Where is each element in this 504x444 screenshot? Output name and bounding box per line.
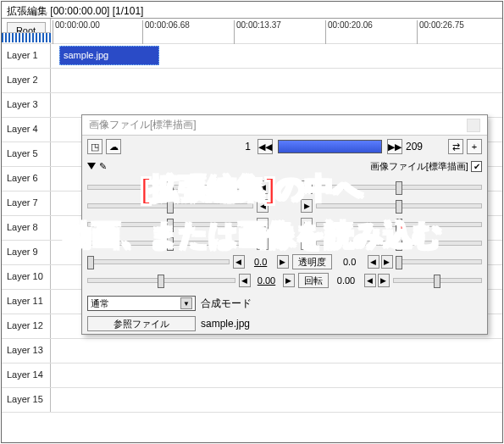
layer-label[interactable]: Layer 13 (2, 339, 51, 363)
opacity-button[interactable]: 透明度 (292, 254, 332, 269)
reference-file-value: sample.jpg (201, 318, 250, 330)
opacity-right-value: 0.0 (335, 257, 364, 267)
time-ruler[interactable]: 00:00:00.00 00:00:06.68 00:00:13.37 00:0… (51, 19, 502, 43)
nudge-right-icon[interactable]: ▶ (378, 274, 390, 287)
clip-properties-dialog[interactable]: 画像ファイル[標準描画] ◳ ☁ 1 ◀◀ ▶▶ 209 ⇄ + ✎ 画像ファイ… (81, 114, 488, 335)
plus-icon[interactable]: + (467, 139, 482, 154)
layer-label[interactable]: Layer 12 (2, 314, 51, 338)
chevron-down-icon: ▼ (180, 297, 192, 309)
ruler-row: Root 00:00:00.00 00:00:06.68 00:00:13.37… (2, 19, 502, 44)
param-row: ◀▶ (87, 234, 482, 253)
param-slider-right[interactable] (316, 203, 482, 208)
layer-label[interactable]: Layer 15 (2, 388, 51, 412)
nudge-left-icon[interactable]: ◀ (257, 199, 269, 213)
nudge-left-icon[interactable]: ◀ (239, 274, 251, 287)
ruler-minimap[interactable] (2, 32, 51, 42)
param-slider-left[interactable] (87, 278, 235, 283)
slider-thumb[interactable] (396, 200, 402, 214)
layer-track[interactable] (51, 69, 502, 92)
nudge-left-icon[interactable]: ◀ (257, 236, 269, 250)
next-frame-icon[interactable]: ▶▶ (387, 139, 402, 154)
layer-label[interactable]: Layer 2 (2, 69, 51, 92)
param-slider-right[interactable] (316, 241, 482, 246)
nudge-left-icon[interactable]: ◀ (233, 255, 245, 269)
nudge-right-icon[interactable]: ▶ (301, 199, 313, 213)
blend-mode-row: 通常 ▼ 合成モード (82, 293, 487, 314)
nudge-left-icon[interactable]: ◀ (368, 255, 379, 269)
reference-file-button[interactable]: 参照ファイル (87, 316, 196, 331)
slider-thumb[interactable] (396, 256, 402, 269)
nudge-right-icon[interactable]: ▶ (381, 255, 393, 269)
ruler-ticks: 00:00:00.00 00:00:06.68 00:00:13.37 00:0… (51, 19, 502, 44)
layer-label[interactable]: Layer 6 (2, 167, 51, 191)
layer-label[interactable]: Layer 7 (2, 191, 51, 215)
layer-label[interactable]: Layer 14 (2, 364, 51, 387)
param-center: ◀▶ (257, 180, 313, 194)
ruler-tick: 00:00:13.37 (234, 20, 281, 44)
nudge-right-icon[interactable]: ▶ (277, 255, 289, 269)
layer-track[interactable] (51, 364, 502, 387)
param-slider-right[interactable] (316, 222, 482, 227)
nudge-right-icon[interactable]: ▶ (301, 218, 313, 231)
param-slider-right[interactable] (396, 259, 482, 264)
slider-thumb[interactable] (167, 237, 174, 251)
slider-thumb[interactable] (396, 181, 402, 195)
slider-thumb[interactable] (87, 256, 94, 269)
param-row-rotation: ◀0.00▶ 回転 0.00 ◀▶ (87, 271, 482, 290)
opacity-value[interactable]: 0.0 (246, 257, 275, 267)
nudge-left-icon[interactable]: ◀ (364, 274, 376, 287)
layer-label[interactable]: Layer 4 (2, 118, 51, 142)
frame-end: 209 (406, 141, 429, 153)
slider-thumb[interactable] (167, 181, 174, 195)
nudge-right-icon[interactable]: ▶ (283, 274, 295, 287)
section-checkbox[interactable]: ✔ (471, 161, 482, 172)
ruler-tick: 00:00:26.75 (417, 20, 464, 44)
rotation-value[interactable]: 0.00 (252, 275, 281, 286)
frame-slider[interactable] (278, 140, 382, 153)
collapse-toggle[interactable]: ✎ (87, 161, 107, 172)
layer-label[interactable]: Layer 9 (2, 241, 51, 264)
layer-label[interactable]: Layer 10 (2, 265, 51, 289)
dialog-section-row: ✎ 画像ファイル[標準描画] ✔ (82, 158, 487, 175)
slider-thumb[interactable] (158, 275, 164, 288)
cloud-icon[interactable]: ☁ (106, 139, 121, 154)
prev-frame-icon[interactable]: ◀◀ (258, 139, 273, 154)
layer-track[interactable]: sample.jpg (51, 44, 502, 68)
timeline-clip[interactable]: sample.jpg (59, 46, 159, 65)
param-slider-left[interactable] (87, 203, 253, 208)
timeline-window: 拡張編集 [00:00:00.00] [1/101] Root 00:00:00… (1, 1, 503, 443)
close-icon[interactable] (467, 119, 480, 132)
param-slider-right[interactable] (316, 185, 482, 190)
slider-thumb[interactable] (396, 237, 402, 251)
layer-track[interactable] (51, 388, 502, 412)
param-slider-left[interactable] (87, 241, 253, 246)
layer-label[interactable]: Layer 11 (2, 290, 51, 314)
swap-icon[interactable]: ⇄ (448, 139, 463, 154)
frame-start: 1 (230, 141, 254, 153)
layer-track[interactable] (51, 339, 502, 363)
params-panel: ◀▶ ◀▶ ◀▶ ◀▶ ◀0.0▶ 透明度 0. (82, 175, 487, 293)
layer-track[interactable] (51, 93, 502, 117)
param-slider-left[interactable] (87, 185, 253, 190)
slider-thumb[interactable] (434, 275, 440, 288)
nudge-left-icon[interactable]: ◀ (257, 180, 269, 194)
param-slider-right[interactable] (393, 278, 483, 283)
nudge-left-icon[interactable]: ◀ (257, 218, 269, 231)
param-slider-left[interactable] (87, 259, 230, 264)
slider-thumb[interactable] (396, 219, 402, 232)
rotation-button[interactable]: 回転 (298, 273, 329, 288)
camera-icon[interactable]: ◳ (87, 139, 102, 154)
nudge-right-icon[interactable]: ▶ (301, 236, 313, 250)
slider-thumb[interactable] (167, 200, 174, 214)
ruler-tick: 00:00:00.00 (53, 20, 100, 44)
layer-label[interactable]: Layer 5 (2, 142, 51, 166)
layer-label[interactable]: Layer 8 (2, 216, 51, 240)
blend-mode-select[interactable]: 通常 ▼ (87, 296, 196, 311)
param-center: ◀▶ (257, 236, 313, 250)
layer-label[interactable]: Layer 3 (2, 93, 51, 117)
layer-label[interactable]: Layer 1 (2, 44, 51, 68)
slider-thumb[interactable] (167, 219, 174, 232)
dialog-titlebar[interactable]: 画像ファイル[標準描画] (82, 115, 487, 136)
param-slider-left[interactable] (87, 222, 253, 227)
nudge-right-icon[interactable]: ▶ (301, 180, 313, 194)
